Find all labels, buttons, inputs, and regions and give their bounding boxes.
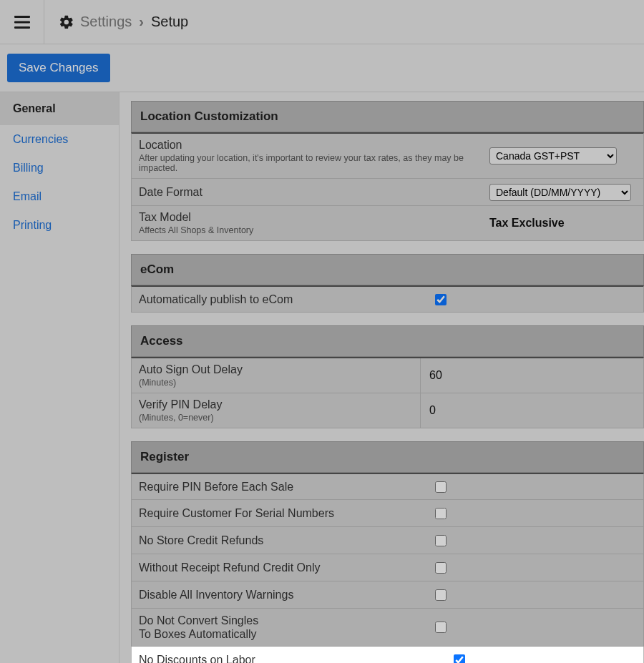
menu-icon[interactable]	[0, 0, 44, 44]
row-date-format: Date Format Default (DD/MM/YYYY)	[131, 179, 644, 206]
section-access: Access	[131, 325, 644, 357]
breadcrumb-settings[interactable]: Settings	[80, 14, 132, 30]
register-row-checkbox[interactable]	[435, 535, 447, 546]
section-location-customization: Location Customization	[131, 101, 644, 132]
auto-publish-label: Automatically publish to eCom	[139, 293, 421, 306]
register-row-checkbox[interactable]	[435, 562, 447, 574]
verify-pin-hint: (Minutes, 0=never)	[139, 413, 413, 423]
breadcrumb: Settings › Setup	[44, 14, 188, 30]
auto-sign-out-hint: (Minutes)	[139, 378, 413, 388]
register-row-checkbox[interactable]	[454, 654, 465, 663]
auto-sign-out-value[interactable]: 60	[428, 369, 442, 382]
svg-rect-0	[14, 16, 30, 18]
gear-icon	[59, 14, 74, 30]
svg-rect-2	[14, 26, 30, 29]
breadcrumb-separator: ›	[139, 14, 144, 30]
register-row: Without Receipt Refund Credit Only	[131, 554, 644, 581]
svg-rect-1	[14, 21, 30, 23]
tax-model-label: Tax Model	[139, 211, 191, 223]
row-verify-pin: Verify PIN Delay (Minutes, 0=never) 0	[131, 393, 644, 428]
sidebar-item-printing[interactable]: Printing	[0, 211, 119, 240]
register-row-label: Disable All Inventory Warnings	[139, 588, 421, 601]
location-hint: After updating your location, it's impor…	[139, 153, 482, 173]
register-row-checkbox[interactable]	[435, 508, 447, 519]
action-bar: Save Changes	[0, 44, 644, 92]
register-row: Require Customer For Serial Numbers	[131, 500, 644, 527]
tax-model-value: Tax Exclusive	[489, 217, 565, 230]
register-row-label: Require Customer For Serial Numbers	[139, 506, 421, 520]
location-label: Location	[139, 139, 182, 151]
verify-pin-value[interactable]: 0	[428, 404, 436, 417]
sidebar-item-currencies[interactable]: Currencies	[0, 125, 119, 154]
hamburger-icon	[14, 16, 30, 29]
register-row-label: Do Not Convert Singles To Boxes Automati…	[139, 614, 421, 641]
register-row-label: No Store Credit Refunds	[139, 534, 421, 547]
register-row-checkbox[interactable]	[435, 481, 447, 493]
main-content: Location Customization Location After up…	[119, 92, 644, 663]
register-row-checkbox[interactable]	[435, 589, 447, 601]
register-row-label: Require PIN Before Each Sale	[139, 480, 421, 493]
breadcrumb-current: Setup	[151, 14, 188, 30]
section-ecom: eCom	[131, 254, 644, 285]
save-changes-button[interactable]: Save Changes	[7, 54, 110, 82]
register-row: Do Not Convert Singles To Boxes Automati…	[131, 609, 644, 647]
row-tax-model: Tax Model Affects All Shops & Inventory …	[131, 206, 644, 241]
top-bar: Settings › Setup	[0, 0, 644, 44]
sidebar: General Currencies Billing Email Printin…	[0, 92, 119, 663]
sidebar-item-billing[interactable]: Billing	[0, 154, 119, 182]
register-row: No Store Credit Refunds	[131, 527, 644, 554]
auto-sign-out-label: Auto Sign Out Delay	[139, 363, 243, 375]
row-location: Location After updating your location, i…	[131, 132, 644, 179]
row-auto-sign-out: Auto Sign Out Delay (Minutes) 60	[131, 357, 644, 393]
date-format-select[interactable]: Default (DD/MM/YYYY)	[489, 184, 631, 201]
register-row: Disable All Inventory Warnings	[131, 581, 644, 609]
register-row-label: Without Receipt Refund Credit Only	[139, 561, 421, 574]
tax-model-hint: Affects All Shops & Inventory	[139, 225, 482, 235]
register-row-label: No Discounts on Labor	[139, 653, 439, 663]
section-register: Register	[131, 441, 644, 473]
auto-publish-checkbox[interactable]	[435, 294, 447, 305]
date-format-label: Date Format	[139, 186, 203, 198]
sidebar-item-email[interactable]: Email	[0, 182, 119, 211]
register-row: No Discounts on Labor	[131, 647, 644, 663]
sidebar-item-general[interactable]: General	[0, 92, 119, 125]
location-select[interactable]: Canada GST+PST	[489, 147, 617, 164]
register-row-checkbox[interactable]	[435, 622, 447, 633]
register-row: Require PIN Before Each Sale	[131, 473, 644, 500]
row-auto-publish-ecom: Automatically publish to eCom	[131, 285, 644, 313]
verify-pin-label: Verify PIN Delay	[139, 398, 222, 411]
